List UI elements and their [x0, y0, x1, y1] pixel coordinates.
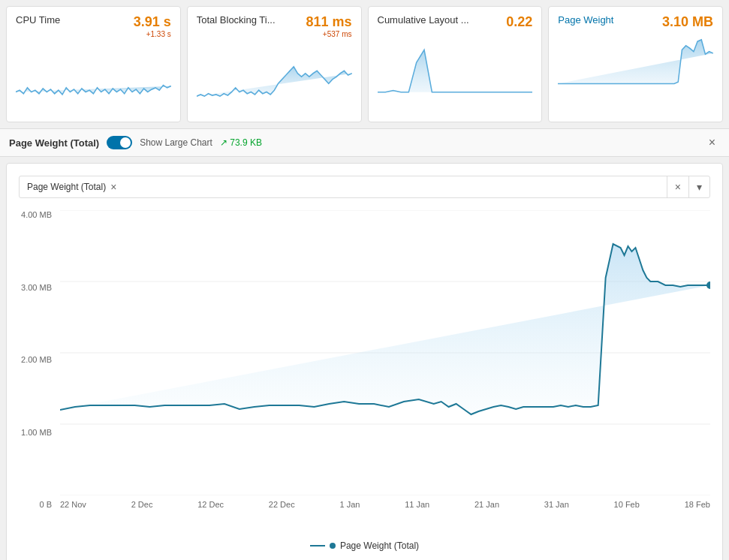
- metric-cards: CPU Time 3.91 s +1.33 s Total Blocking T…: [0, 0, 729, 128]
- show-chart-label: Show Large Chart: [140, 137, 212, 148]
- main-chart-svg-container: [60, 210, 710, 495]
- card-layout-value: 0.22: [506, 14, 532, 29]
- chart-panel: Page Weight (Total) × × ▾ 4.00 MB 3.00 M…: [6, 163, 723, 560]
- card-page-weight-title: Page Weight: [558, 14, 613, 26]
- x-label-31jan: 31 Jan: [544, 500, 569, 509]
- y-label-3mb: 3.00 MB: [21, 283, 52, 292]
- x-label-2dec: 2 Dec: [131, 500, 153, 509]
- legend-dot-icon: [330, 543, 336, 549]
- card-page-weight: Page Weight 3.10 MB: [548, 6, 723, 122]
- main-chart-svg: [60, 210, 710, 495]
- card-cpu-time-value: 3.91 s: [134, 14, 171, 29]
- filter-bar: Page Weight (Total) × × ▾: [19, 176, 710, 198]
- y-label-0b: 0 B: [39, 500, 52, 509]
- card-cpu-time: CPU Time 3.91 s +1.33 s: [6, 6, 181, 122]
- card-blocking-chart: [197, 41, 352, 109]
- y-label-1mb: 1.00 MB: [21, 428, 52, 437]
- card-cpu-time-title: CPU Time: [16, 14, 60, 26]
- card-blocking-value: 811 ms: [306, 14, 351, 29]
- legend-line-icon: [310, 545, 325, 546]
- filter-dropdown-button[interactable]: ▾: [689, 176, 709, 197]
- main-chart-area: 4.00 MB 3.00 MB 2.00 MB 1.00 MB 0 B: [19, 210, 710, 531]
- toggle-track[interactable]: [107, 136, 132, 149]
- y-label-2mb: 2.00 MB: [21, 355, 52, 364]
- x-label-18feb: 18 Feb: [685, 500, 710, 509]
- section-title: Page Weight (Total): [9, 137, 99, 149]
- chart-end-dot: [706, 282, 710, 289]
- card-layout-title: Cumulative Layout ...: [378, 14, 469, 26]
- x-label-1jan: 1 Jan: [339, 500, 360, 509]
- chart-legend: Page Weight (Total): [19, 540, 710, 551]
- x-axis-labels: 22 Nov 2 Dec 12 Dec 22 Dec 1 Jan 11 Jan …: [60, 500, 710, 509]
- filter-clear-button[interactable]: ×: [667, 176, 689, 197]
- card-blocking-title: Total Blocking Ti...: [197, 14, 276, 26]
- x-label-21jan: 21 Jan: [474, 500, 499, 509]
- card-blocking-delta: +537 ms: [306, 30, 351, 38]
- y-axis-labels: 4.00 MB 3.00 MB 2.00 MB 1.00 MB 0 B: [19, 210, 56, 509]
- card-cpu-time-delta: +1.33 s: [134, 30, 171, 38]
- filter-actions: × ▾: [667, 176, 709, 197]
- filter-tag-remove-button[interactable]: ×: [110, 182, 116, 192]
- card-total-blocking: Total Blocking Ti... 811 ms +537 ms: [187, 6, 362, 122]
- x-label-12dec: 12 Dec: [197, 500, 224, 509]
- filter-tag: Page Weight (Total) ×: [20, 177, 667, 197]
- card-layout-chart: [378, 33, 533, 101]
- toggle-thumb: [120, 137, 131, 148]
- legend-label: Page Weight (Total): [340, 540, 419, 551]
- y-label-4mb: 4.00 MB: [21, 210, 52, 219]
- card-page-weight-chart: [558, 33, 713, 101]
- x-label-10feb: 10 Feb: [614, 500, 640, 509]
- card-page-weight-value: 3.10 MB: [662, 14, 713, 29]
- section-close-button[interactable]: ×: [704, 135, 720, 150]
- card-cumulative-layout: Cumulative Layout ... 0.22: [368, 6, 543, 122]
- x-label-22nov: 22 Nov: [60, 500, 86, 509]
- card-page-weight-link[interactable]: Page Weight: [558, 14, 613, 26]
- section-bar: Page Weight (Total) Show Large Chart ↗ 7…: [0, 128, 729, 157]
- trend-value: ↗ 73.9 KB: [220, 137, 262, 148]
- card-cpu-time-chart: [16, 41, 171, 109]
- show-chart-toggle[interactable]: [107, 136, 132, 149]
- filter-tag-label: Page Weight (Total): [27, 182, 106, 192]
- x-label-22dec: 22 Dec: [269, 500, 295, 509]
- x-label-11jan: 11 Jan: [405, 500, 429, 509]
